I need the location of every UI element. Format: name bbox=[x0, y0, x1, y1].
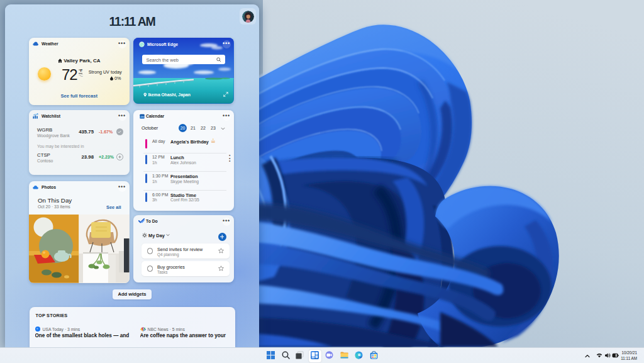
svg-text:20: 20 bbox=[141, 115, 144, 118]
